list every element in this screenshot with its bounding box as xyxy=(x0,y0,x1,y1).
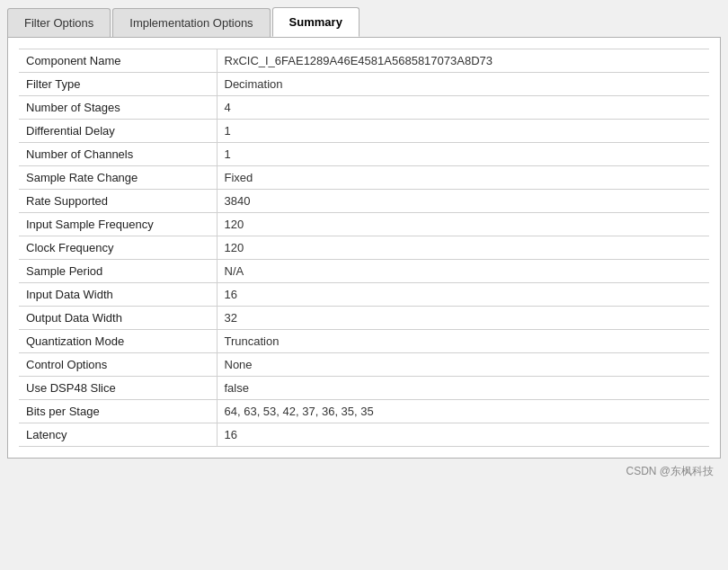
property-label: Number of Channels xyxy=(19,143,217,166)
property-value: Fixed xyxy=(217,166,709,190)
table-row: Clock Frequency120 xyxy=(19,236,709,260)
property-label: Filter Type xyxy=(19,73,217,96)
table-row: Input Sample Frequency120 xyxy=(19,213,709,236)
footer: CSDN @东枫科技 xyxy=(7,459,721,479)
property-value: Truncation xyxy=(217,330,709,353)
table-row: Component NameRxCIC_I_6FAE1289A46E4581A5… xyxy=(19,49,709,73)
property-value: 120 xyxy=(217,213,709,236)
property-value: 1 xyxy=(217,120,709,143)
tab-summary[interactable]: Summary xyxy=(272,7,360,37)
property-value: 32 xyxy=(217,307,709,330)
table-row: Number of Stages4 xyxy=(19,96,709,120)
property-value: RxCIC_I_6FAE1289A46E4581A5685817073A8D73 xyxy=(217,49,709,73)
property-value: 4 xyxy=(217,96,709,120)
tab-implementation-options[interactable]: Implementation Options xyxy=(112,8,270,37)
property-value: None xyxy=(217,353,709,377)
property-label: Output Data Width xyxy=(19,307,217,330)
property-label: Differential Delay xyxy=(19,120,217,143)
table-row: Use DSP48 Slicefalse xyxy=(19,377,709,400)
property-label: Clock Frequency xyxy=(19,236,217,260)
property-label: Sample Rate Change xyxy=(19,166,217,190)
table-row: Sample PeriodN/A xyxy=(19,260,709,283)
table-row: Input Data Width16 xyxy=(19,283,709,307)
table-row: Rate Supported3840 xyxy=(19,190,709,213)
property-label: Control Options xyxy=(19,353,217,377)
property-label: Input Data Width xyxy=(19,283,217,307)
property-label: Number of Stages xyxy=(19,96,217,120)
property-label: Bits per Stage xyxy=(19,400,217,423)
tab-filter-options[interactable]: Filter Options xyxy=(7,8,111,37)
property-value: 64, 63, 53, 42, 37, 36, 35, 35 xyxy=(217,400,709,423)
property-label: Quantization Mode xyxy=(19,330,217,353)
tab-bar: Filter OptionsImplementation OptionsSumm… xyxy=(7,7,721,37)
property-label: Latency xyxy=(19,423,217,447)
footer-text: CSDN @东枫科技 xyxy=(626,465,714,477)
table-row: Latency16 xyxy=(19,423,709,447)
property-label: Component Name xyxy=(19,49,217,73)
table-row: Output Data Width32 xyxy=(19,307,709,330)
property-label: Use DSP48 Slice xyxy=(19,377,217,400)
property-value: false xyxy=(217,377,709,400)
property-value: Decimation xyxy=(217,73,709,96)
property-label: Input Sample Frequency xyxy=(19,213,217,236)
table-row: Quantization ModeTruncation xyxy=(19,330,709,353)
table-row: Sample Rate ChangeFixed xyxy=(19,166,709,190)
property-label: Sample Period xyxy=(19,260,217,283)
table-row: Number of Channels1 xyxy=(19,143,709,166)
table-row: Differential Delay1 xyxy=(19,120,709,143)
property-value: 120 xyxy=(217,236,709,260)
table-row: Control OptionsNone xyxy=(19,353,709,377)
table-row: Filter TypeDecimation xyxy=(19,73,709,96)
tab-content: Component NameRxCIC_I_6FAE1289A46E4581A5… xyxy=(7,37,721,459)
property-value: 3840 xyxy=(217,190,709,213)
property-label: Rate Supported xyxy=(19,190,217,213)
table-row: Bits per Stage64, 63, 53, 42, 37, 36, 35… xyxy=(19,400,709,423)
main-container: Filter OptionsImplementation OptionsSumm… xyxy=(0,0,728,570)
property-value: 16 xyxy=(217,423,709,447)
property-value: N/A xyxy=(217,260,709,283)
property-value: 1 xyxy=(217,143,709,166)
property-value: 16 xyxy=(217,283,709,307)
